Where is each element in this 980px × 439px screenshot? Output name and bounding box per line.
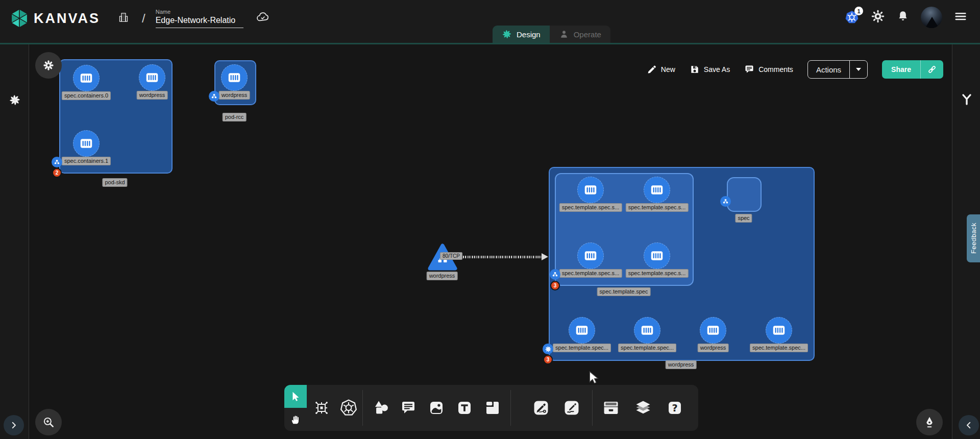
issue-count-badge[interactable]: 2 [52,168,62,178]
kanvas-logo[interactable]: KANVAS [9,8,100,29]
container-node[interactable] [644,177,670,203]
container-node[interactable] [644,242,670,269]
link-icon [927,64,937,75]
swirl-icon [545,346,552,353]
group-label[interactable]: spec.template.spec [597,287,651,296]
container-node[interactable] [73,130,100,157]
y-logo-icon[interactable] [961,93,972,108]
group-label[interactable]: pod-skd [102,178,127,187]
canvas-flower-button[interactable] [35,52,62,79]
share-button-label[interactable]: Share [882,60,920,79]
comments-button[interactable]: Comments [744,64,793,75]
pod-relationship-badge[interactable] [52,157,62,167]
toolbar-divider [510,390,511,426]
tool-pen[interactable] [532,399,550,417]
tool-drawer[interactable] [602,399,620,417]
network-tree-icon [722,198,729,205]
group-label[interactable]: wordpress [666,360,697,369]
deployment-relationship-badge[interactable] [543,344,553,354]
container-node[interactable] [139,64,165,91]
organization-icon[interactable] [117,11,130,26]
settings-gear-icon[interactable] [871,9,885,26]
node-spec[interactable] [727,177,762,212]
feedback-tab[interactable]: Feedback [967,214,980,262]
history-spiral-icon[interactable] [9,94,21,108]
node-label[interactable]: spec.template.spec... [618,344,676,352]
node-label[interactable]: spec.template.spec.s... [626,203,689,212]
node-label[interactable]: wordpress [219,91,250,100]
group-label[interactable]: pod-rcc [223,113,247,121]
tool-component[interactable] [312,399,331,417]
tool-pan[interactable] [284,408,307,431]
issue-count-badge[interactable]: 3 [550,281,560,290]
tool-text[interactable] [455,399,474,417]
node-label[interactable]: spec.template.spec... [553,344,611,352]
new-button[interactable]: New [647,64,675,75]
tool-image[interactable] [427,399,446,417]
node-label[interactable]: spec.template.spec... [750,344,808,352]
container-node[interactable] [700,317,726,344]
logo-text: KANVAS [34,11,100,27]
actions-button[interactable]: Actions [807,60,868,79]
tab-design[interactable]: Design [493,26,550,43]
name-field-value[interactable]: Edge-Network-Relatio [156,16,243,28]
tool-comment[interactable] [399,399,418,417]
node-label[interactable]: spec.containers.0 [62,91,111,100]
tool-freehand[interactable] [562,399,581,417]
save-as-button[interactable]: Save As [690,64,730,75]
copy-link-button[interactable] [920,60,943,79]
node-label[interactable]: wordpress [698,344,729,352]
user-avatar[interactable] [921,7,942,28]
kubernetes-wheel-icon [339,399,358,417]
tool-shapes[interactable] [372,399,390,417]
kanvas-app: { "header": { "logo_text": "KANVAS", "se… [0,0,980,439]
pen-nib-button[interactable] [916,409,943,435]
node-label[interactable]: spec.template.spec.s... [559,203,622,212]
actions-dropdown-caret[interactable] [849,61,867,78]
container-node[interactable] [634,317,660,344]
node-label[interactable]: spec [735,214,752,223]
tool-note[interactable] [483,399,502,417]
node-label[interactable]: spec.template.spec.s... [626,269,689,278]
magnifier-plus-icon [42,416,55,429]
pencil-icon [647,64,657,75]
container-node[interactable] [577,242,604,269]
node-label[interactable]: spec.template.spec.s... [559,269,622,278]
design-name-field[interactable]: Name Edge-Network-Relatio [156,9,243,28]
collapse-right-panel-button[interactable] [959,415,979,435]
container-icon [227,70,242,85]
issue-count-badge[interactable]: 3 [543,355,553,364]
pod-relationship-badge[interactable] [550,269,560,280]
tab-operate[interactable]: Operate [550,26,610,43]
tool-layers[interactable] [634,399,652,417]
service-edge[interactable] [456,256,543,258]
node-label[interactable]: wordpress [427,272,458,280]
pod-relationship-badge[interactable] [209,91,219,102]
actions-button-label[interactable]: Actions [808,61,849,78]
tool-kubernetes[interactable] [339,399,358,417]
container-node[interactable] [577,177,604,203]
node-label[interactable]: spec.containers.1 [62,157,111,165]
select-pan-column [284,385,307,431]
node-label[interactable]: wordpress [137,91,168,100]
container-icon [771,323,787,338]
container-icon [144,70,160,85]
container-node[interactable] [766,317,792,344]
kubernetes-context-button[interactable]: 1 [844,10,860,25]
expand-left-panel-button[interactable] [4,415,24,435]
tool-help[interactable]: ? [666,399,684,417]
spec-relationship-badge[interactable] [720,196,731,207]
container-icon [649,248,665,263]
edge-port-label[interactable]: 80/TCP [440,252,462,260]
notifications-bell-icon[interactable] [896,10,910,25]
container-node[interactable] [221,64,248,91]
tool-select[interactable] [284,385,307,408]
share-button[interactable]: Share [882,60,943,79]
container-node[interactable] [73,65,100,91]
zoom-in-button[interactable] [35,409,62,435]
image-icon [428,400,445,416]
container-icon [79,70,94,86]
hamburger-menu-icon[interactable] [953,9,968,26]
container-node[interactable] [569,317,595,344]
save-icon [690,64,700,75]
